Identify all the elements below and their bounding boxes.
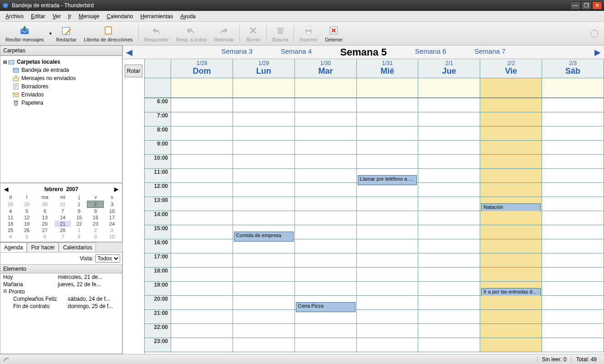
hour-cell[interactable] xyxy=(480,239,542,253)
hour-cell[interactable] xyxy=(357,282,419,295)
minical-day[interactable]: 7 xyxy=(55,233,71,240)
minical-day[interactable]: 11 xyxy=(2,214,19,221)
minical-day[interactable]: 30 xyxy=(35,201,55,208)
hour-cell[interactable] xyxy=(418,338,480,352)
minical-day[interactable]: 17 xyxy=(104,214,120,221)
menu-herramientas[interactable]: Herramientas xyxy=(137,12,177,20)
hour-cell[interactable] xyxy=(418,211,480,225)
next-month-button[interactable]: ▶ xyxy=(114,186,118,192)
day-header[interactable]: 1/28Dom xyxy=(171,59,233,78)
hour-cell[interactable]: Natación xyxy=(480,197,542,211)
hour-cell[interactable] xyxy=(171,282,233,295)
hour-cell[interactable] xyxy=(357,211,419,225)
minical-day[interactable]: 19 xyxy=(19,221,35,227)
minical-day[interactable]: 14 xyxy=(55,214,71,221)
hour-cell[interactable] xyxy=(357,112,419,126)
hour-cell[interactable] xyxy=(171,253,233,267)
hour-cell[interactable] xyxy=(295,239,357,253)
hour-cell[interactable] xyxy=(233,282,295,295)
minical-day[interactable]: 5 xyxy=(19,208,35,215)
hour-cell[interactable] xyxy=(480,169,542,182)
hour-cell[interactable] xyxy=(233,169,295,182)
hour-cell[interactable] xyxy=(542,239,604,253)
hour-cell[interactable] xyxy=(542,126,604,140)
hour-cell[interactable] xyxy=(295,98,357,112)
minical-day[interactable]: 25 xyxy=(2,227,19,233)
minical-day[interactable]: 2 xyxy=(87,201,104,208)
hour-cell[interactable] xyxy=(171,183,233,197)
hour-cell[interactable] xyxy=(295,197,357,211)
minical-day[interactable]: 22 xyxy=(71,221,87,227)
twisty-icon[interactable]: ⊟ xyxy=(3,288,9,295)
hour-cell[interactable] xyxy=(171,98,233,112)
minical-day[interactable]: 3 xyxy=(104,227,120,233)
hour-cell[interactable] xyxy=(233,126,295,140)
hour-cell[interactable] xyxy=(357,324,419,338)
hour-cell[interactable] xyxy=(418,324,480,338)
minical-day[interactable]: 6 xyxy=(35,208,55,215)
hour-cell[interactable] xyxy=(295,282,357,295)
menu-ayuda[interactable]: Ayuda xyxy=(177,12,199,20)
hour-cell[interactable] xyxy=(295,155,357,168)
minical-day[interactable]: 28 xyxy=(55,227,71,233)
hour-cell[interactable] xyxy=(357,338,419,352)
hour-cell[interactable] xyxy=(233,296,295,309)
agenda-item[interactable]: Cumpleaños Felizsábado, 24 de f... xyxy=(0,295,122,303)
hour-cell[interactable] xyxy=(233,239,295,253)
menu-archivo[interactable]: Archivo xyxy=(2,12,27,20)
hour-cell[interactable]: Llamar por teléfono a ... xyxy=(357,169,419,182)
prev-month-button[interactable]: ◀ xyxy=(4,186,8,192)
minical-day[interactable]: 29 xyxy=(19,201,35,208)
hour-cell[interactable] xyxy=(418,112,480,126)
minical-day[interactable]: 24 xyxy=(104,221,120,227)
hour-cell[interactable] xyxy=(480,225,542,239)
minical-day[interactable]: 1 xyxy=(71,227,87,233)
folder-item[interactable]: Enviados xyxy=(2,91,120,99)
hour-cell[interactable] xyxy=(357,98,419,112)
minical-day[interactable]: 18 xyxy=(2,221,19,227)
agenda-item[interactable]: Mañanajueves, 22 de fe... xyxy=(0,281,122,288)
hour-cell[interactable] xyxy=(542,282,604,295)
minical-day[interactable]: 8 xyxy=(71,208,87,215)
hour-cell[interactable] xyxy=(233,112,295,126)
day-header[interactable]: 2/1Jue xyxy=(418,59,480,78)
hour-cell[interactable] xyxy=(295,268,357,281)
hour-cell[interactable] xyxy=(171,112,233,126)
hour-cell[interactable] xyxy=(295,324,357,338)
next-week-button[interactable]: ▶ xyxy=(591,47,604,57)
day-header[interactable]: 2/2Vie xyxy=(480,59,542,78)
menu-calendario[interactable]: Calendario xyxy=(103,12,137,20)
hour-cell[interactable] xyxy=(480,310,542,324)
minical-day[interactable]: 4 xyxy=(2,233,19,240)
tab-por-hacer[interactable]: Por hacer xyxy=(27,243,59,252)
hour-cell[interactable] xyxy=(233,183,295,197)
folder-item[interactable]: Mensajes no enviados xyxy=(2,74,120,82)
menu-mensaje[interactable]: Mensaje xyxy=(75,12,103,20)
hour-cell[interactable] xyxy=(171,268,233,281)
hour-cell[interactable] xyxy=(418,296,480,309)
hour-cell[interactable] xyxy=(233,98,295,112)
hour-cell[interactable] xyxy=(171,310,233,324)
hour-cell[interactable] xyxy=(418,310,480,324)
tab-agenda[interactable]: Agenda xyxy=(0,243,27,252)
hour-cell[interactable] xyxy=(357,183,419,197)
allday-cell[interactable] xyxy=(418,78,480,97)
hour-cell[interactable] xyxy=(542,338,604,352)
hour-cell[interactable] xyxy=(542,324,604,338)
minical-day[interactable]: 27 xyxy=(35,227,55,233)
hour-cell[interactable] xyxy=(357,225,419,239)
toolbar-detener-button[interactable]: Detener xyxy=(321,24,346,43)
hour-cell[interactable] xyxy=(171,155,233,168)
hour-cell[interactable] xyxy=(418,98,480,112)
day-header[interactable]: 1/29Lun xyxy=(233,59,295,78)
hour-cell[interactable] xyxy=(233,310,295,324)
hour-cell[interactable] xyxy=(480,183,542,197)
hour-cell[interactable] xyxy=(418,169,480,182)
hour-cell[interactable] xyxy=(357,239,419,253)
hour-cell[interactable] xyxy=(542,169,604,182)
hour-cell[interactable]: Comida de empresa xyxy=(233,225,295,239)
hour-cell[interactable] xyxy=(480,324,542,338)
minical-day[interactable]: 9 xyxy=(87,233,104,240)
hour-cell[interactable] xyxy=(542,197,604,211)
day-header[interactable]: 2/3Sáb xyxy=(542,59,604,78)
